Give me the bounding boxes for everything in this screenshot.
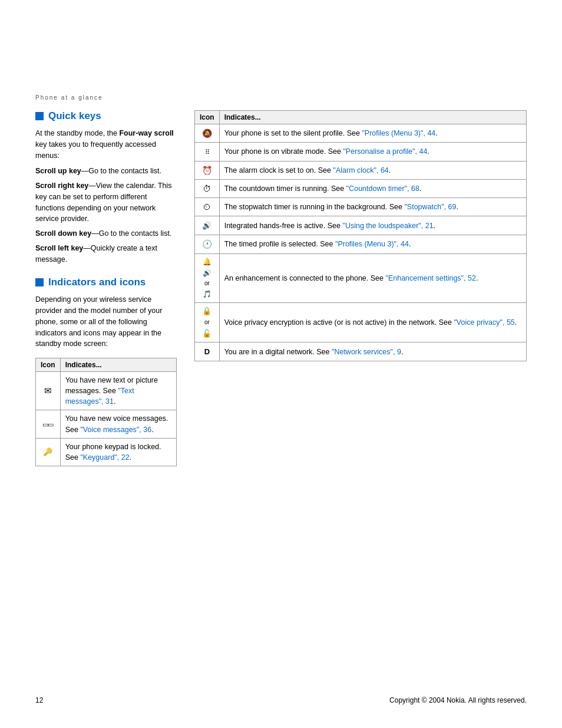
table-row: ⏲ The stopwatch timer is running in the …	[195, 198, 527, 216]
bold-text: Four-way scroll	[119, 129, 173, 137]
text-cell-voicemail: You have new voice messages. See "Voice …	[60, 410, 176, 438]
text-cell-enhancement: An enhancement is connected to the phone…	[219, 253, 526, 303]
table-row: 🔕 Your phone is set to the silent profil…	[195, 124, 527, 143]
icon-cell-digital: D	[195, 342, 220, 361]
title-square-icon2	[35, 278, 44, 286]
two-column-layout: Quick keys At the standby mode, the Four…	[35, 110, 527, 478]
link-alarm[interactable]: "Alarm clock", 64	[333, 166, 388, 174]
right-icon-table: Icon Indicates... 🔕 Your phone is set to…	[194, 110, 527, 361]
enhancement-icon-2: 🔊	[203, 268, 211, 278]
title-square-icon	[35, 112, 44, 120]
table-row: 🔒 or 🔓 Voice privacy encryption is activ…	[195, 303, 527, 342]
link-network-services[interactable]: "Network services", 9	[332, 348, 401, 356]
right-table-header-indicates: Indicates...	[219, 111, 526, 124]
icon-cell-voicemail: ▭▭	[36, 410, 61, 438]
page-container: Phone at a glance Quick keys At the stan…	[0, 0, 562, 728]
right-column: Icon Indicates... 🔕 Your phone is set to…	[194, 110, 527, 478]
text-cell-silent: Your phone is set to the silent profile.…	[219, 124, 526, 143]
voicemail-icon: ▭▭	[42, 421, 53, 428]
vibrate-icon: ⠿	[205, 149, 209, 156]
text-cell-timed-profile: The timed profile is selected. See "Prof…	[219, 235, 526, 253]
icon-cell-enhancement: 🔔 🔊 or 🎵	[195, 253, 220, 303]
countdown-icon: ⏱	[203, 184, 211, 193]
link-stopwatch[interactable]: "Stopwatch", 69	[404, 203, 456, 211]
quick-keys-intro: At the standby mode, the Four-way scroll…	[35, 128, 177, 161]
alarm-icon: ⏰	[202, 166, 212, 175]
left-table-header-indicates: Indicates...	[60, 358, 176, 372]
enhancement-icon-1: 🔔	[203, 257, 211, 267]
text-cell-mail: You have new text or picture messages. S…	[60, 372, 176, 410]
scroll-down-text: Scroll down key—Go to the contacts list.	[35, 228, 177, 239]
stopwatch-icon: ⏲	[203, 202, 211, 212]
footer-page-number: 12	[35, 696, 43, 704]
scroll-right-text: Scroll right key—View the calendar. This…	[35, 180, 177, 225]
digital-icon: D	[204, 347, 210, 356]
left-icon-table: Icon Indicates... ✉ You ha	[35, 358, 177, 466]
text-cell-voiceprivacy: Voice privacy encryption is active (or i…	[219, 303, 526, 342]
indicators-intro: Depending on your wireless service provi…	[35, 294, 177, 350]
keylock-icon: 🔑	[43, 447, 52, 456]
table-row: ▭▭ You have new voice messages. See "Voi…	[36, 410, 177, 438]
icon-cell-timed-profile: 🕐	[195, 235, 220, 253]
voice-privacy-icon-2: 🔓	[202, 328, 211, 340]
table-row: ✉ You have new text or picture messages.…	[36, 372, 177, 410]
indicators-icons-section: Indicators and icons Depending on your w…	[35, 276, 177, 466]
table-row: 🕐 The timed profile is selected. See "Pr…	[195, 235, 527, 253]
voice-privacy-or: or	[204, 318, 210, 327]
silent-icon: 🔕	[202, 129, 212, 138]
mail-icon: ✉	[44, 386, 52, 396]
quick-keys-title: Quick keys	[35, 110, 177, 122]
table-row: 🔊 Integrated hands-free is active. See "…	[195, 216, 527, 235]
text-cell-digital: You are in a digital network. See "Netwo…	[219, 342, 526, 361]
voice-privacy-icon-1: 🔒	[202, 306, 211, 317]
link-vibrate[interactable]: "Personalise a profile", 44	[343, 147, 427, 156]
icon-cell-stopwatch: ⏲	[195, 198, 220, 216]
icon-cell-voiceprivacy: 🔒 or 🔓	[195, 303, 220, 342]
link-keyguard[interactable]: "Keyguard", 22	[80, 453, 129, 462]
content-area: Phone at a glance Quick keys At the stan…	[0, 0, 562, 513]
icon-cell-vibrate: ⠿	[195, 143, 220, 161]
icon-cell-alarm: ⏰	[195, 161, 220, 179]
left-table-header-icon: Icon	[36, 358, 61, 372]
link-countdown[interactable]: "Countdown timer", 68	[346, 185, 419, 193]
enhancement-icon-or: or	[204, 279, 210, 288]
enhancement-icon-3: 🎵	[203, 289, 211, 299]
section-header-label: Phone at a glance	[35, 94, 527, 101]
table-row: ⏱ The countdown timer is running. See "C…	[195, 179, 527, 197]
footer: 12 Copyright © 2004 Nokia. All rights re…	[0, 696, 562, 704]
link-enhancement[interactable]: "Enhancement settings", 52	[385, 274, 475, 282]
table-row: 🔔 🔊 or 🎵 An enhancement is connected to …	[195, 253, 527, 303]
timed-profile-icon: 🕐	[202, 239, 212, 249]
link-text-messages[interactable]: "Text messages", 31	[65, 387, 134, 406]
icon-cell-keylock: 🔑	[36, 438, 61, 466]
text-cell-keylock: Your phone keypad is locked. See "Keygua…	[60, 438, 176, 466]
icon-cell-mail: ✉	[36, 372, 61, 410]
text-cell-handsfree: Integrated hands-free is active. See "Us…	[219, 216, 526, 235]
table-row: D You are in a digital network. See "Net…	[195, 342, 527, 361]
icon-cell-countdown: ⏱	[195, 179, 220, 197]
link-voice-privacy[interactable]: "Voice privacy", 55	[454, 318, 514, 327]
right-table-header-icon: Icon	[195, 111, 220, 124]
text-cell-alarm: The alarm clock is set to on. See "Alarm…	[219, 161, 526, 179]
icon-cell-silent: 🔕	[195, 124, 220, 143]
link-loudspeaker[interactable]: "Using the loudspeaker", 21	[342, 222, 433, 230]
text-cell-countdown: The countdown timer is running. See "Cou…	[219, 179, 526, 197]
quick-keys-section: Quick keys At the standby mode, the Four…	[35, 110, 177, 265]
link-timed-profile[interactable]: "Profiles (Menu 3)", 44	[335, 240, 409, 248]
link-profiles-silent[interactable]: "Profiles (Menu 3)", 44	[362, 129, 435, 137]
scroll-up-text: Scroll up key—Go to the contacts list.	[35, 166, 177, 177]
text-cell-vibrate: Your phone is on vibrate mode. See "Pers…	[219, 143, 526, 161]
table-row: ⠿ Your phone is on vibrate mode. See "Pe…	[195, 143, 527, 161]
left-column: Quick keys At the standby mode, the Four…	[35, 110, 177, 478]
footer-copyright: Copyright © 2004 Nokia. All rights reser…	[389, 696, 527, 704]
text-cell-stopwatch: The stopwatch timer is running in the ba…	[219, 198, 526, 216]
icon-cell-handsfree: 🔊	[195, 216, 220, 235]
indicators-icons-title: Indicators and icons	[35, 276, 177, 288]
handsfree-icon: 🔊	[202, 221, 211, 230]
scroll-left-text: Scroll left key—Quickly create a text me…	[35, 243, 177, 265]
table-row: ⏰ The alarm clock is set to on. See "Ala…	[195, 161, 527, 179]
link-voice-messages[interactable]: "Voice messages", 36	[80, 426, 151, 434]
table-row: 🔑 Your phone keypad is locked. See "Keyg…	[36, 438, 177, 466]
